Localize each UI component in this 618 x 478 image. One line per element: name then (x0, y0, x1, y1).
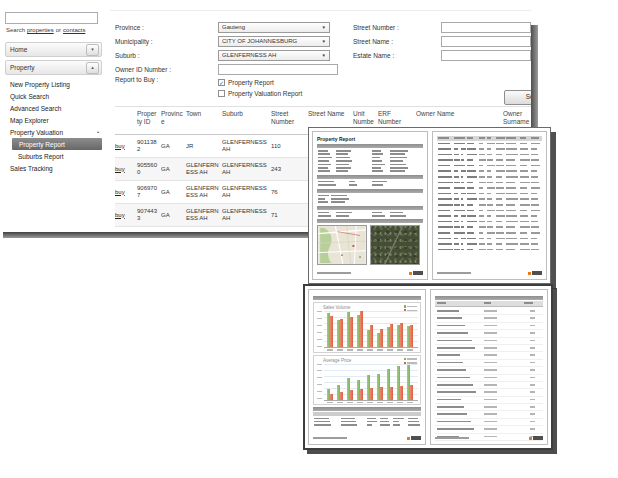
text-bar (496, 243, 502, 245)
text-bar (336, 212, 352, 214)
bar-group (377, 329, 383, 347)
cell-street-number: 71 (271, 212, 308, 220)
text-bar (318, 167, 327, 169)
sidebar-item-advanced-search[interactable]: Advanced Search (5, 102, 102, 114)
legend-item (404, 305, 418, 308)
sidebar-section-home[interactable]: Home ▾ (5, 42, 102, 57)
text-bar (520, 193, 528, 195)
y-tick (317, 398, 322, 399)
bar-group (357, 380, 363, 399)
text-bar (461, 137, 465, 139)
text-bar (454, 154, 458, 156)
sidebar-item-property-report[interactable]: Property Report (12, 138, 102, 150)
text-bar (479, 148, 484, 150)
text-bar (437, 406, 464, 408)
text-bar (506, 176, 518, 178)
text-bar (479, 249, 486, 251)
text-bar (506, 165, 515, 167)
text-bar (530, 421, 535, 423)
property-report-window-1[interactable]: Property Report (308, 127, 551, 284)
sidebar-item-new-property-listing[interactable]: New Property Listing (5, 78, 102, 90)
text-bar (531, 176, 537, 178)
checkbox-row-property-valuation-report[interactable]: Property Valuation Report (218, 89, 302, 98)
text-bar (461, 238, 466, 240)
text-bar (438, 198, 453, 200)
text-bar (506, 182, 514, 184)
text-bar (487, 165, 494, 167)
text-bar (437, 428, 474, 430)
text-bar (367, 418, 376, 420)
y-axis-ticks (316, 364, 323, 399)
buy-link[interactable]: buy (115, 166, 137, 174)
search-button[interactable]: Search (504, 90, 531, 105)
text-bar (479, 159, 486, 161)
bar-red (410, 325, 413, 347)
text-bar (318, 181, 334, 183)
checkbox-row-property-report[interactable]: ✓Property Report (218, 78, 302, 87)
checked-checkbox-icon[interactable]: ✓ (218, 79, 225, 86)
province-select[interactable]: Gauteng▼ (218, 22, 330, 33)
text-bar (461, 143, 465, 145)
search-properties-link[interactable]: properties (27, 27, 54, 33)
suburb-select[interactable]: GLENFERNESS AH▼ (218, 50, 330, 61)
x-tick (347, 402, 353, 404)
sidebar-item-property-valuation[interactable]: Property Valuation▴ (5, 126, 102, 138)
street-map-image (317, 225, 367, 265)
buy-link[interactable]: buy (115, 212, 137, 220)
aerial-map-image (370, 225, 420, 265)
chevron-up-icon[interactable]: ▴ (86, 62, 99, 74)
text-bar (484, 391, 497, 393)
text-bar (437, 369, 466, 371)
text-bar (438, 232, 451, 234)
bar-red (370, 325, 373, 347)
owner-id-number-input[interactable] (218, 64, 338, 75)
text-bar (467, 187, 474, 189)
footer-text-placeholder (435, 437, 469, 439)
report-page-footer (317, 270, 423, 276)
text-bar (506, 204, 514, 206)
buy-link[interactable]: buy (115, 143, 137, 151)
search-contacts-link[interactable]: contacts (63, 27, 85, 33)
x-tick (397, 349, 403, 351)
search-input[interactable] (5, 12, 98, 24)
sidebar-item-suburbs-report[interactable]: Suburbs Report (5, 150, 102, 162)
y-tick (317, 339, 322, 340)
sidebar-item-quick-search[interactable]: Quick Search (5, 90, 102, 102)
sidebar-item-map-explorer[interactable]: Map Explorer (5, 114, 102, 126)
text-bar (437, 384, 473, 386)
amenities-row (435, 330, 543, 337)
text-bar (318, 160, 329, 162)
text-bar (496, 137, 505, 139)
municipality-select[interactable]: CITY OF JOHANNESBURG▼ (218, 36, 330, 47)
y-tick (317, 370, 322, 371)
street-number-input[interactable] (441, 22, 531, 33)
text-bar (531, 238, 536, 240)
text-bar (467, 238, 475, 240)
column-header-street-number: Street Number (271, 110, 308, 126)
unchecked-checkbox-icon[interactable] (218, 90, 225, 97)
text-bar (484, 325, 497, 327)
text-bar (531, 221, 537, 223)
text-bar (479, 215, 484, 217)
text-bar (496, 187, 504, 189)
estate-name-input[interactable] (441, 50, 531, 61)
y-tick (317, 325, 322, 326)
street-name-input[interactable] (441, 36, 531, 47)
cell-town: JR (186, 143, 222, 151)
y-tick (317, 332, 322, 333)
text-bar (520, 226, 531, 228)
text-bar (487, 170, 491, 172)
sidebar-item-sales-tracking[interactable]: Sales Tracking (5, 162, 102, 174)
cell-province: GA (161, 143, 186, 151)
text-bar (531, 210, 539, 212)
text-bar (530, 332, 535, 334)
sidebar-section-property[interactable]: Property ▴ (5, 60, 102, 75)
text-bar (390, 215, 406, 217)
text-bar (380, 421, 389, 423)
report-text-row (317, 200, 423, 203)
text-bar (520, 137, 526, 139)
buy-link[interactable]: buy (115, 189, 137, 197)
property-report-window-2[interactable]: Sales Volume Average Price (303, 284, 553, 450)
text-bar (496, 210, 504, 212)
chevron-down-icon[interactable]: ▾ (86, 44, 99, 56)
